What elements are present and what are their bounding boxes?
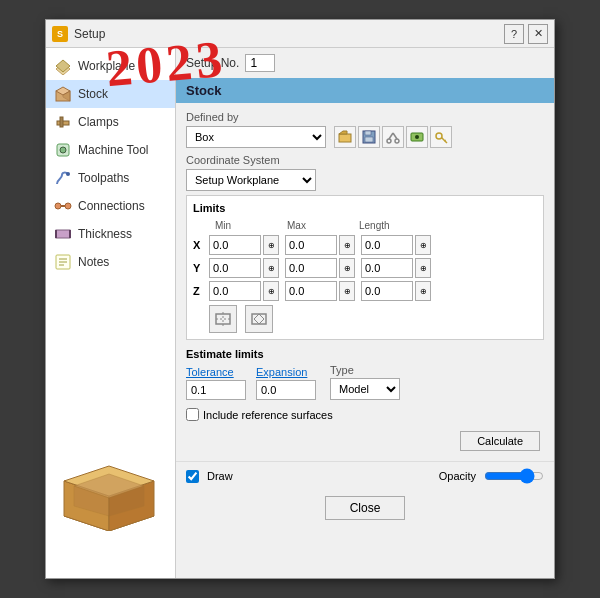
x-length-input[interactable]	[361, 235, 413, 255]
toolpaths-icon	[54, 169, 72, 187]
coord-system-label: Coordinate System	[186, 154, 544, 166]
limits-row-z: Z ⊕ ⊕ ⊕	[193, 281, 537, 301]
sidebar-label-thickness: Thickness	[78, 227, 132, 241]
opacity-label: Opacity	[439, 470, 476, 482]
expansion-input[interactable]	[256, 380, 316, 400]
sidebar-item-connections[interactable]: Connections	[46, 192, 175, 220]
y-min-picker[interactable]: ⊕	[263, 258, 279, 278]
close-dialog-button[interactable]: Close	[325, 496, 406, 520]
sidebar-item-toolpaths[interactable]: Toolpaths	[46, 164, 175, 192]
workplane-icon	[54, 57, 72, 75]
setup-label: Setup No.	[186, 56, 239, 70]
svg-rect-27	[339, 134, 351, 142]
svg-line-35	[393, 133, 397, 139]
type-select[interactable]: Model Stock Custom	[330, 378, 400, 400]
sidebar-item-workplane[interactable]: Workplane	[46, 52, 175, 80]
svg-point-8	[60, 147, 66, 153]
col-header-max: Max	[287, 220, 359, 231]
svg-point-37	[415, 135, 419, 139]
setup-header: Setup No.	[176, 48, 554, 78]
sidebar-item-thickness[interactable]: Thickness	[46, 220, 175, 248]
z-min-picker[interactable]: ⊕	[263, 281, 279, 301]
settings-button[interactable]	[406, 126, 428, 148]
dialog-title: Setup	[74, 27, 105, 41]
draw-row: Draw Opacity	[176, 461, 554, 490]
sidebar-label-workplane: Workplane	[78, 59, 135, 73]
svg-rect-41	[216, 314, 230, 324]
svg-marker-45	[254, 314, 264, 324]
clamps-icon	[54, 113, 72, 131]
stock-icon	[54, 85, 72, 103]
svg-rect-6	[60, 117, 63, 127]
sidebar-label-machine-tool: Machine Tool	[78, 143, 149, 157]
cut-button[interactable]	[382, 126, 404, 148]
coord-system-select[interactable]: Setup Workplane World Custom	[186, 169, 316, 191]
section-title: Stock	[176, 78, 554, 103]
y-length-input[interactable]	[361, 258, 413, 278]
y-max-picker[interactable]: ⊕	[339, 258, 355, 278]
z-min-input[interactable]	[209, 281, 261, 301]
thickness-icon	[54, 225, 72, 243]
sidebar-label-toolpaths: Toolpaths	[78, 171, 129, 185]
z-length-picker[interactable]: ⊕	[415, 281, 431, 301]
title-bar: S Setup ? ✕	[46, 20, 554, 48]
y-length-picker[interactable]: ⊕	[415, 258, 431, 278]
y-min-input[interactable]	[209, 258, 261, 278]
folder-open-button[interactable]	[334, 126, 356, 148]
svg-marker-28	[339, 131, 347, 134]
z-max-input[interactable]	[285, 281, 337, 301]
reference-surfaces-row: Include reference surfaces	[186, 408, 544, 421]
reference-surfaces-checkbox[interactable]	[186, 408, 199, 421]
machine-tool-icon	[54, 141, 72, 159]
z-max-picker[interactable]: ⊕	[339, 281, 355, 301]
svg-rect-13	[56, 230, 70, 238]
tolerance-input[interactable]	[186, 380, 246, 400]
sidebar-label-stock: Stock	[78, 87, 108, 101]
opacity-slider[interactable]	[484, 468, 544, 484]
sidebar-item-clamps[interactable]: Clamps	[46, 108, 175, 136]
defined-by-label: Defined by	[186, 111, 544, 123]
notes-icon	[54, 253, 72, 271]
defined-by-select[interactable]: Box Cylinder From solid From selection	[186, 126, 326, 148]
x-min-picker[interactable]: ⊕	[263, 235, 279, 255]
reference-surfaces-label: Include reference surfaces	[203, 409, 333, 421]
svg-point-33	[395, 139, 399, 143]
key-button[interactable]	[430, 126, 452, 148]
limits-row-y: Y ⊕ ⊕ ⊕	[193, 258, 537, 278]
draw-checkbox[interactable]	[186, 470, 199, 483]
expansion-link[interactable]: Expansion	[256, 366, 316, 378]
setup-number-input[interactable]	[245, 54, 275, 72]
sidebar-label-notes: Notes	[78, 255, 109, 269]
tolerance-link[interactable]: Tolerance	[186, 366, 246, 378]
sidebar-item-machine-tool[interactable]: Machine Tool	[46, 136, 175, 164]
main-content: Setup No. Stock Defined by Box Cylinder …	[176, 48, 554, 578]
limits-icon-btn-2[interactable]	[245, 305, 273, 333]
col-header-min: Min	[215, 220, 287, 231]
x-max-input[interactable]	[285, 235, 337, 255]
draw-label: Draw	[207, 470, 233, 482]
axis-y-label: Y	[193, 262, 207, 274]
svg-point-10	[55, 203, 61, 209]
estimate-limits-title: Estimate limits	[186, 348, 544, 360]
x-length-picker[interactable]: ⊕	[415, 235, 431, 255]
sidebar: Workplane Stock	[46, 48, 176, 578]
sidebar-item-stock[interactable]: Stock	[46, 80, 175, 108]
save-button[interactable]	[358, 126, 380, 148]
limits-title: Limits	[193, 202, 537, 214]
col-header-length: Length	[359, 220, 431, 231]
y-max-input[interactable]	[285, 258, 337, 278]
sidebar-label-connections: Connections	[78, 199, 145, 213]
x-min-input[interactable]	[209, 235, 261, 255]
type-label: Type	[330, 364, 400, 376]
close-title-button[interactable]: ✕	[528, 24, 548, 44]
svg-point-9	[66, 172, 70, 176]
calculate-button[interactable]: Calculate	[460, 431, 540, 451]
sidebar-item-notes[interactable]: Notes	[46, 248, 175, 276]
limits-icon-btn-1[interactable]	[209, 305, 237, 333]
limits-row-x: X ⊕ ⊕ ⊕	[193, 235, 537, 255]
app-icon: S	[52, 26, 68, 42]
help-button[interactable]: ?	[504, 24, 524, 44]
z-length-input[interactable]	[361, 281, 413, 301]
svg-line-34	[389, 133, 393, 139]
x-max-picker[interactable]: ⊕	[339, 235, 355, 255]
